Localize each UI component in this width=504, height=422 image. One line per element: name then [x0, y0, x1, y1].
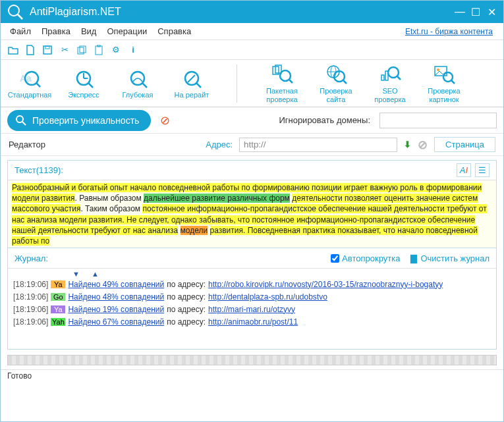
svg-line-32: [397, 76, 401, 80]
url-link[interactable]: http://robo.kirovipk.ru/novosty/2016-03-…: [208, 280, 443, 289]
mode-standard[interactable]: Aa Стандартная: [5, 66, 55, 100]
address-input[interactable]: [239, 138, 397, 152]
progress-row: [7, 355, 497, 369]
ribbon: Aa Стандартная Экспресс Глубокая На рера…: [1, 60, 503, 107]
cut-icon[interactable]: ✂: [59, 44, 70, 56]
cancel-address-icon[interactable]: ⊘: [418, 138, 428, 152]
svg-line-18: [188, 75, 195, 82]
engine-badge: Yah: [51, 318, 65, 326]
editor-header: Текст(1139): AI ☰: [8, 161, 496, 180]
row-time: [18:19:06]: [13, 317, 48, 327]
mode-images[interactable]: Проверка картинок: [419, 62, 469, 104]
image-check-icon: [433, 63, 455, 86]
svg-line-10: [36, 83, 40, 87]
open-folder-icon[interactable]: [7, 44, 19, 56]
found-link[interactable]: Найдено 48% совпадений: [68, 292, 164, 302]
search-icon: [15, 115, 27, 126]
copy-icon[interactable]: [76, 44, 88, 56]
stop-icon[interactable]: ⊘: [160, 113, 170, 128]
editor-mode-list-icon[interactable]: ☰: [475, 163, 490, 177]
row-mid: по адресу:: [167, 305, 206, 314]
svg-line-38: [22, 122, 26, 125]
svg-point-35: [443, 72, 453, 82]
svg-line-19: [196, 83, 201, 88]
svg-line-16: [142, 83, 147, 88]
mode-batch[interactable]: Пакетная проверка: [257, 62, 307, 104]
mode-site[interactable]: Проверка сайта: [311, 62, 361, 104]
sort-down-icon[interactable]: ▼: [72, 270, 80, 278]
svg-line-36: [451, 80, 455, 84]
mode-deep[interactable]: Глубокая: [113, 66, 163, 100]
journal-label: Журнал:: [14, 253, 48, 263]
menu-help[interactable]: Справка: [152, 24, 196, 38]
ribbon-check-modes: Aa Стандартная Экспресс Глубокая На рера…: [5, 66, 217, 100]
editor-panel: Текст(1139): AI ☰ Разнообразный и богаты…: [7, 160, 497, 350]
page-button[interactable]: Страница: [434, 137, 495, 152]
address-bar: Редактор Адрес: ⬇ ⊘ Страница: [1, 134, 503, 156]
journal-row: [18:19:06] Yah Найдено 67% совпадений по…: [13, 315, 491, 328]
svg-point-31: [388, 67, 399, 78]
mode-label: Стандартная: [8, 91, 52, 99]
menubar: Файл Правка Вид Операции Справка Etxt.ru…: [1, 23, 503, 40]
mode-label: Пакетная проверка: [266, 87, 298, 103]
row-mid: по адресу:: [167, 317, 206, 327]
mode-express[interactable]: Экспресс: [59, 66, 109, 100]
mode-rewrite[interactable]: На рерайт: [167, 66, 217, 100]
maximize-button[interactable]: ☐: [469, 6, 482, 18]
svg-rect-2: [43, 46, 51, 54]
menu-file[interactable]: Файл: [5, 24, 36, 38]
menu-edit[interactable]: Правка: [36, 24, 76, 38]
svg-point-37: [16, 116, 23, 122]
minimize-button[interactable]: —: [453, 6, 466, 18]
svg-line-23: [289, 80, 293, 83]
url-link[interactable]: http://mari-mari.ru/otzyvy: [208, 305, 295, 314]
engine-badge: Ya: [51, 305, 65, 313]
download-icon[interactable]: ⬇: [404, 140, 411, 149]
editor-mode-a-icon[interactable]: AI: [457, 163, 471, 177]
seo-check-icon: [379, 63, 401, 86]
found-link[interactable]: Найдено 19% совпадений: [68, 305, 164, 314]
journal-header: Журнал: Автопрокрутка ▇Очистить журнал: [8, 248, 496, 269]
save-icon[interactable]: [42, 44, 53, 56]
engine-badge: Ya: [51, 280, 65, 288]
info-icon[interactable]: i: [127, 44, 139, 56]
journal-body[interactable]: ▼▲ [18:19:06] Ya Найдено 49% совпадений …: [8, 269, 496, 349]
new-file-icon[interactable]: [24, 44, 36, 56]
menu-operations[interactable]: Операции: [101, 24, 152, 38]
mode-label: Проверка картинок: [428, 87, 460, 103]
svg-point-34: [437, 68, 439, 71]
close-button[interactable]: ✕: [485, 6, 498, 18]
ignore-domains-input[interactable]: [379, 113, 497, 128]
url-link[interactable]: http://animaobr.ru/post/11: [208, 317, 298, 327]
mode-label: SEO проверка: [374, 87, 405, 103]
status-bar: Готово: [1, 369, 503, 384]
check-uniqueness-button[interactable]: Проверить уникальность: [7, 110, 151, 131]
url-link[interactable]: http://dentalplaza-spb.ru/udobstvo: [208, 292, 327, 302]
etxt-link[interactable]: Etxt.ru - биржа контента: [405, 27, 493, 36]
row-mid: по адресу:: [167, 292, 206, 302]
app-title: AntiPlagiarism.NET: [30, 6, 451, 18]
menu-view[interactable]: Вид: [76, 24, 102, 38]
ignore-domains-label: Игнорировать домены:: [279, 115, 370, 125]
journal-row: [18:19:06] Ya Найдено 49% совпадений по …: [13, 278, 491, 290]
autoscroll-input[interactable]: [331, 254, 339, 263]
check-button-label: Проверить уникальность: [32, 115, 139, 126]
svg-line-28: [343, 80, 347, 84]
svg-line-14: [88, 83, 93, 88]
express-search-icon: [72, 67, 95, 90]
found-link[interactable]: Найдено 67% совпадений: [68, 317, 164, 327]
sort-arrows[interactable]: ▼▲: [13, 270, 491, 278]
clear-journal-button[interactable]: ▇Очистить журнал: [410, 253, 490, 263]
mode-seo[interactable]: SEO проверка: [365, 62, 415, 104]
journal-row: [18:19:06] Ya Найдено 19% совпадений по …: [13, 303, 491, 315]
deep-search-icon: [126, 67, 149, 90]
paste-icon[interactable]: [93, 44, 105, 56]
autoscroll-checkbox[interactable]: Автопрокрутка: [331, 253, 400, 263]
editor-textarea[interactable]: Разнообразный и богатый опыт начало повс…: [8, 180, 496, 248]
editor-label: Редактор: [9, 140, 45, 149]
found-link[interactable]: Найдено 49% совпадений: [68, 280, 164, 289]
check-bar: Проверить уникальность ⊘ Игнорировать до…: [1, 107, 503, 134]
sort-up-icon[interactable]: ▲: [92, 270, 99, 278]
settings-icon[interactable]: ⚙: [110, 44, 122, 56]
svg-rect-6: [96, 46, 102, 55]
